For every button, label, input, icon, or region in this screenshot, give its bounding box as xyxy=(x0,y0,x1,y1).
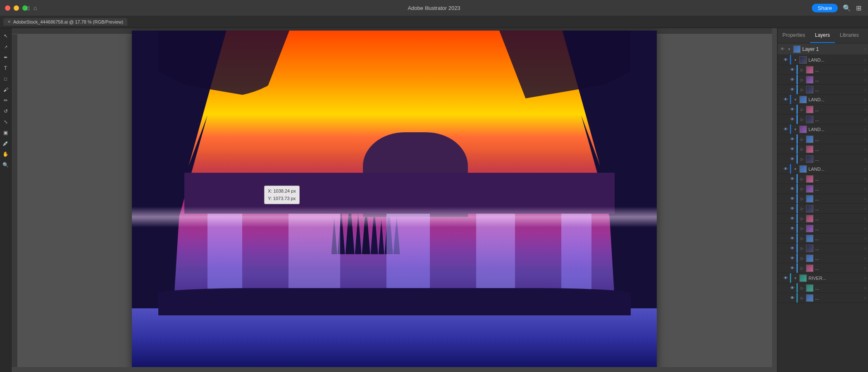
canvas-scrollbar-vertical[interactable] xyxy=(772,28,777,372)
sub4a-eye[interactable]: 👁 xyxy=(789,176,796,182)
main-layer-row[interactable]: 👁 ▾ Layer 1 ○ xyxy=(777,43,868,55)
sub4f-arrow[interactable]: ▷ xyxy=(799,226,804,231)
sub4e-lock[interactable]: ○ xyxy=(862,216,868,222)
sub1c-eye[interactable]: 👁 xyxy=(789,86,796,93)
subra-lock[interactable]: ○ xyxy=(862,285,868,291)
layer1-expand-arrow[interactable]: ▾ xyxy=(787,47,792,52)
close-button[interactable] xyxy=(5,5,10,11)
share-button[interactable]: Share xyxy=(812,4,838,12)
sub4d-eye[interactable]: 👁 xyxy=(789,205,796,212)
sub1c-lock[interactable]: ○ xyxy=(862,87,868,93)
sub1a-arrow[interactable]: ▷ xyxy=(799,67,804,72)
sub4i-eye[interactable]: 👁 xyxy=(789,255,796,262)
shape-tool[interactable]: □ xyxy=(1,74,10,83)
sub1b-arrow[interactable]: ▷ xyxy=(799,77,804,82)
layer1-eye-icon[interactable]: 👁 xyxy=(779,46,786,52)
layer-sub-4g[interactable]: 👁 ▷ ... ○ xyxy=(777,234,868,243)
land4-arrow[interactable]: ▾ xyxy=(793,167,798,172)
window-controls[interactable] xyxy=(5,5,28,11)
sub1a-lock[interactable]: ○ xyxy=(862,67,868,73)
subra-arrow[interactable]: ▷ xyxy=(799,286,804,291)
land4-eye[interactable]: 👁 xyxy=(782,166,789,172)
sub4f-eye[interactable]: 👁 xyxy=(789,225,796,232)
sub3b-eye[interactable]: 👁 xyxy=(789,146,796,153)
sub4j-eye[interactable]: 👁 xyxy=(789,265,796,272)
sub2b-lock[interactable]: ○ xyxy=(862,117,868,122)
subrb-eye[interactable]: 👁 xyxy=(789,295,796,301)
layer-sub-4e[interactable]: 👁 ▷ ... ○ xyxy=(777,214,868,224)
zoom-tool[interactable]: 🔍 xyxy=(1,160,10,169)
sub4i-lock[interactable]: ○ xyxy=(862,255,868,261)
layer-sub-4a[interactable]: 👁 ▷ ... ○ xyxy=(777,174,868,184)
sub2a-eye[interactable]: 👁 xyxy=(789,106,796,113)
back-icon[interactable]: ◁ xyxy=(25,5,29,11)
tab-layers[interactable]: Layers xyxy=(810,28,835,43)
layer-sub-2a[interactable]: 👁 ▷ ... ○ xyxy=(777,105,868,114)
sub4b-arrow[interactable]: ▷ xyxy=(799,186,804,191)
layer-sub-3a[interactable]: 👁 ▷ ... ○ xyxy=(777,134,868,144)
sub4i-arrow[interactable]: ▷ xyxy=(799,256,804,261)
sub1b-eye[interactable]: 👁 xyxy=(789,76,796,83)
subrb-arrow[interactable]: ▷ xyxy=(799,296,804,300)
tab-properties[interactable]: Properties xyxy=(777,28,810,43)
sub1a-eye[interactable]: 👁 xyxy=(789,67,796,73)
sub4b-lock[interactable]: ○ xyxy=(862,186,868,192)
subra-eye[interactable]: 👁 xyxy=(789,285,796,291)
titlebar-nav-icons[interactable]: ◁ ⌂ xyxy=(25,5,37,11)
sub4c-lock[interactable]: ○ xyxy=(862,196,868,202)
sub2a-arrow[interactable]: ▷ xyxy=(799,107,804,112)
layer-sub-4h[interactable]: 👁 ▷ ... ○ xyxy=(777,243,868,253)
layer-group-river[interactable]: 👁 ▾ RIVER... ○ xyxy=(777,273,868,283)
land2-arrow[interactable]: ▾ xyxy=(793,97,798,102)
layer-sub-1a[interactable]: 👁 ▷ ... ○ xyxy=(777,65,868,75)
river-eye[interactable]: 👁 xyxy=(782,275,789,281)
scale-tool[interactable]: ⤡ xyxy=(1,117,10,126)
grid-icon[interactable]: ⊞ xyxy=(856,4,861,12)
sub1b-lock[interactable]: ○ xyxy=(862,77,868,83)
sub2a-lock[interactable]: ○ xyxy=(862,107,868,112)
sub4b-eye[interactable]: 👁 xyxy=(789,186,796,192)
layer-group-land2[interactable]: 👁 ▾ LAND... ○ xyxy=(777,95,868,105)
land2-lock[interactable]: ○ xyxy=(862,97,868,103)
land3-arrow[interactable]: ▾ xyxy=(793,127,798,132)
sub4g-eye[interactable]: 👁 xyxy=(789,235,796,242)
layer-sub-4b[interactable]: 👁 ▷ ... ○ xyxy=(777,184,868,194)
layer-sub-river-a[interactable]: 👁 ▷ ... ○ xyxy=(777,283,868,293)
document-tab[interactable]: ✕ AdobeStock_444686758.ai @ 17.78 % (RGB… xyxy=(3,18,127,26)
layer-sub-3c[interactable]: 👁 ▷ ... ○ xyxy=(777,154,868,164)
sub4e-arrow[interactable]: ▷ xyxy=(799,216,804,221)
layer-sub-4d[interactable]: 👁 ▷ ... ○ xyxy=(777,204,868,214)
sub4e-eye[interactable]: 👁 xyxy=(789,215,796,222)
sub3b-lock[interactable]: ○ xyxy=(862,146,868,152)
sub4g-lock[interactable]: ○ xyxy=(862,236,868,241)
river-arrow[interactable]: ▾ xyxy=(793,276,798,281)
sub4c-arrow[interactable]: ▷ xyxy=(799,196,804,201)
sub3c-lock[interactable]: ○ xyxy=(862,156,868,162)
home-icon[interactable]: ⌂ xyxy=(33,5,37,11)
land3-lock[interactable]: ○ xyxy=(862,126,868,132)
canvas-scrollbar-horizontal[interactable] xyxy=(12,367,777,372)
land4-lock[interactable]: ○ xyxy=(862,166,868,172)
sub4j-lock[interactable]: ○ xyxy=(862,265,868,271)
canvas-area[interactable]: X: 1038.24 px Y: 1073.73 px xyxy=(12,28,777,372)
minimize-button[interactable] xyxy=(14,5,19,11)
sub4f-lock[interactable]: ○ xyxy=(862,226,868,231)
sub1c-arrow[interactable]: ▷ xyxy=(799,87,804,92)
land1-eye[interactable]: 👁 xyxy=(782,57,789,63)
sub3a-arrow[interactable]: ▷ xyxy=(799,137,804,142)
layer-sub-1c[interactable]: 👁 ▷ ... ○ xyxy=(777,85,868,95)
layer-group-land4[interactable]: 👁 ▾ LAND... ○ xyxy=(777,164,868,174)
layer-group-land1[interactable]: 👁 ▾ LAND... ○ xyxy=(777,55,868,65)
sub4a-lock[interactable]: ○ xyxy=(862,176,868,182)
sub4h-eye[interactable]: 👁 xyxy=(789,245,796,252)
type-tool[interactable]: T xyxy=(1,64,10,73)
sub3c-eye[interactable]: 👁 xyxy=(789,156,796,162)
river-lock[interactable]: ○ xyxy=(862,275,868,281)
sub4d-arrow[interactable]: ▷ xyxy=(799,206,804,211)
paintbrush-tool[interactable]: 🖌 xyxy=(1,85,10,94)
sub4c-eye[interactable]: 👁 xyxy=(789,196,796,202)
hand-tool[interactable]: ✋ xyxy=(1,150,10,159)
direct-select-tool[interactable]: ↗ xyxy=(1,42,10,51)
pen-tool[interactable]: ✒ xyxy=(1,53,10,62)
panel-tabs[interactable]: Properties Layers Libraries xyxy=(777,28,868,43)
